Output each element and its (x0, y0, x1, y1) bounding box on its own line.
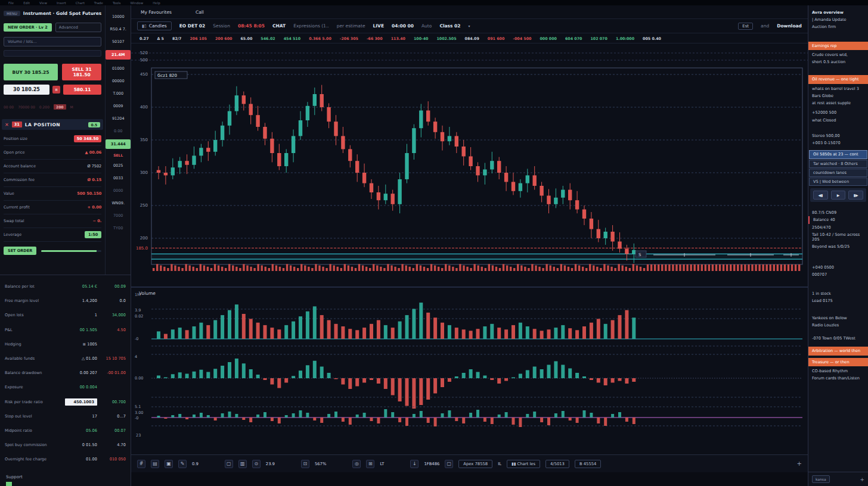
main-chart[interactable]: 520500450400350300250200185.0Gcz1 820S (131, 43, 808, 286)
news-item[interactable]: at rest asset supple (808, 99, 868, 107)
menu-item-chart[interactable]: Chart (76, 1, 85, 5)
menu-item-view[interactable]: View (39, 1, 47, 5)
tool-icon[interactable]: ▢ (445, 460, 453, 468)
alt-price-field[interactable]: 580.11 (63, 85, 101, 95)
new-order-button[interactable]: NEW ORDER · Lv 2 (4, 23, 52, 32)
news-item[interactable]: Beyond was 5/0/25 (808, 243, 868, 250)
news-item[interactable]: Oil 5850s at 23 — cont (809, 150, 867, 158)
news-item[interactable]: what Closed (808, 117, 868, 124)
news-item[interactable]: -070 Town 0/05 TWest (808, 335, 868, 342)
news-item[interactable]: +003 0-15070 (808, 139, 868, 147)
news-item[interactable]: Tail 10-42 / Some across 205 (808, 231, 868, 243)
toolbar-candles-tab[interactable]: ▮▯Candles (137, 21, 172, 30)
toolbar-item[interactable]: Session (213, 23, 230, 29)
rewind-button[interactable]: ◀▮ (813, 191, 828, 200)
menu-item-tools[interactable]: Tools (113, 1, 121, 5)
news-item[interactable]: Bars Globe (808, 92, 868, 99)
news-item[interactable]: Radio Louzles (808, 322, 868, 329)
news-item[interactable]: Earnings rep (808, 42, 868, 50)
menu-item-window[interactable]: Window (130, 1, 143, 5)
news-item[interactable]: CO-based Rhythm (808, 367, 868, 375)
menu-item-file[interactable]: File (8, 1, 14, 5)
news-item[interactable]: Tar watched · 8 Others (809, 160, 867, 168)
dom-bid[interactable]: 31.444 (106, 139, 131, 149)
news-item[interactable]: Stereo 500,00 (808, 132, 868, 139)
toolbar-item[interactable]: EO DET 02 (179, 23, 206, 29)
tab-my-favourites[interactable]: My Favourites (141, 10, 172, 15)
menu-item-edit[interactable]: Edit (23, 1, 30, 5)
news-footer-chip[interactable]: kansa (812, 475, 830, 483)
tool-icon[interactable]: ▤ (151, 460, 159, 468)
price-field[interactable]: 30 180.25 (4, 85, 49, 95)
add-news-button[interactable]: + (860, 476, 864, 482)
buy-sell-row: BUY 30 185.25 SELL 31 181.50 (4, 64, 101, 80)
news-item[interactable]: +040 0500 (808, 264, 868, 271)
toolbar-item[interactable]: LIVE (373, 23, 385, 29)
toolbar-item[interactable]: ▾ (469, 24, 470, 28)
add-panel-button[interactable]: + (797, 460, 802, 467)
news-item[interactable]: Avra overview (808, 9, 868, 16)
sell-button[interactable]: SELL 31 181.50 (62, 64, 101, 80)
tab-call[interactable]: Call (196, 10, 204, 15)
toolbar-item[interactable]: Class 02 (439, 23, 460, 29)
news-item[interactable]: 80.7/5 CN09 (808, 209, 868, 216)
toolbar-item[interactable]: per estimate (337, 23, 365, 29)
news-item[interactable]: | Amanda Update (808, 16, 868, 23)
news-item[interactable]: 000707 (808, 271, 868, 278)
indicator-svg[interactable]: 1M3.90.02-040.005.13.00-023 (131, 288, 808, 454)
menu-chip[interactable]: MENU (4, 11, 20, 16)
volume-input[interactable]: Volume / lots… (4, 37, 101, 46)
news-item[interactable]: Oil revenue — one tight (808, 75, 868, 83)
tool-icon[interactable]: ⊙ (252, 460, 261, 468)
news-item[interactable]: Forum cards than/Listen (808, 375, 868, 382)
news-item[interactable]: 2504/470 (808, 224, 868, 231)
news-item[interactable]: Balance 40 (808, 216, 868, 223)
indicator-panels[interactable]: Volume 1M3.90.02-040.005.13.00-023 (131, 288, 808, 454)
tool-icon[interactable]: ⊡ (301, 460, 309, 468)
toolbar-right-item[interactable]: Download (777, 23, 802, 29)
toolbar-item[interactable]: 04:00 00 (392, 23, 414, 29)
news-item[interactable]: Yankees on Below (808, 314, 868, 322)
buy-button[interactable]: BUY 30 185.25 (4, 64, 58, 80)
play-button[interactable]: ▶ (831, 191, 846, 200)
close-icon[interactable]: ✕ (5, 122, 9, 127)
tool-icon[interactable]: ▢ (225, 460, 233, 468)
tool-icon[interactable]: ▣ (165, 460, 173, 468)
tool-chip[interactable]: ▮▮ Chart les (507, 460, 540, 468)
menu-item-trade[interactable]: Trade (94, 1, 103, 5)
dom-ask[interactable]: 21.4M (106, 50, 131, 60)
news-item[interactable]: countdown lanes (809, 169, 867, 177)
toolbar-item[interactable]: 08:45 8:05 (238, 23, 265, 29)
tool-icon[interactable]: ⊞ (366, 460, 374, 468)
news-item[interactable]: +52000 500 (808, 109, 868, 116)
toolbar-item[interactable]: CHAT (272, 23, 286, 29)
news-item[interactable]: Auction firm (808, 23, 868, 30)
news-item[interactable]: whats on barrel travel 3 (808, 85, 868, 92)
set-order-button[interactable]: SET ORDER (4, 247, 36, 255)
menu-item-help[interactable]: Help (153, 1, 160, 5)
news-item[interactable]: VS | Wed between (809, 177, 867, 186)
advanced-input[interactable]: Advanced (55, 23, 101, 32)
toolbar-right-item[interactable]: Est (738, 23, 753, 30)
tool-chip[interactable]: 4/5013 (545, 460, 569, 468)
news-item[interactable]: Lead 0175 (808, 297, 868, 304)
tool-chip[interactable]: Apex 78558 (458, 460, 492, 468)
news-item[interactable]: Crude covers wtd, (808, 51, 868, 58)
news-item[interactable]: short 0.5 auction (808, 58, 868, 66)
main-chart-svg[interactable]: 520500450400350300250200185.0Gcz1 820S (131, 43, 808, 286)
tool-icon[interactable]: ↓ (410, 460, 418, 468)
toolbar-item[interactable]: Auto (421, 23, 432, 29)
tool-chip[interactable]: B 45554 (575, 460, 601, 468)
toolbar-right-item[interactable]: and (761, 23, 769, 29)
toolbar-item[interactable]: Expressions (1.. (293, 23, 328, 29)
news-item[interactable]: 1 in stock (808, 290, 868, 297)
tool-icon[interactable]: ✎ (178, 460, 187, 468)
news-item[interactable]: Treasure — or then (808, 358, 868, 366)
tool-icon[interactable]: ▥ (238, 460, 247, 468)
support-link[interactable]: Support (0, 471, 131, 481)
news-item[interactable]: Arbitration — world then (808, 347, 868, 355)
tool-icon[interactable]: ◎ (352, 460, 361, 468)
menu-item-insert[interactable]: Insert (57, 1, 66, 5)
forward-button[interactable]: ▮▶ (848, 191, 863, 200)
tool-icon[interactable]: # (137, 460, 145, 468)
